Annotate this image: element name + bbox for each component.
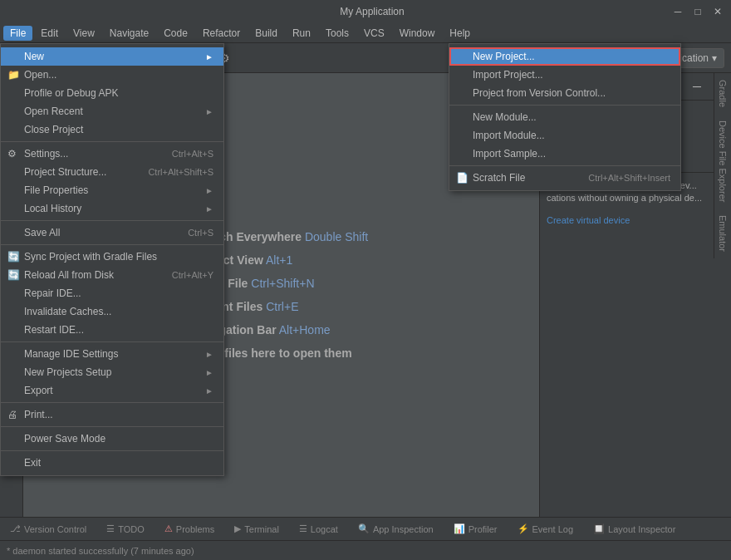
file-menu-profile-apk-label: Profile or Debug APK <box>24 87 118 99</box>
new-sep1 <box>449 105 680 106</box>
settings-icon: ⚙ <box>7 148 17 160</box>
status-bar: ⎇ Version Control ☰ TODO ⚠ Problems ▶ Te… <box>0 517 731 540</box>
new-module-label: New Module... <box>473 111 537 123</box>
file-menu-reload-disk-label: Reload All from Disk <box>24 269 114 281</box>
file-menu-exit[interactable]: Exit <box>1 454 223 472</box>
settings-shortcut: Ctrl+Alt+S <box>172 149 213 159</box>
close-button[interactable]: ✕ <box>711 5 724 18</box>
file-menu-close-project[interactable]: Close Project <box>1 120 223 139</box>
right-tab-emulator[interactable]: Emulator <box>714 209 731 258</box>
terminal-label: Terminal <box>244 524 279 534</box>
logcat-label: Logcat <box>311 524 338 534</box>
menu-navigate[interactable]: Navigate <box>103 26 155 41</box>
menu-refactor[interactable]: Refactor <box>196 26 247 41</box>
minimize-button[interactable]: ─ <box>671 5 684 18</box>
device-manager-close-btn[interactable]: ─ <box>687 76 707 96</box>
file-menu-file-properties[interactable]: File Properties ► <box>1 181 223 199</box>
file-menu-export[interactable]: Export ► <box>1 381 223 400</box>
file-menu-exit-label: Exit <box>24 457 41 469</box>
scratch-file-item[interactable]: 📄 Scratch File Ctrl+Alt+Shift+Insert <box>449 169 680 187</box>
status-tab-problems[interactable]: ⚠ Problems <box>161 522 218 536</box>
version-control-label: Version Control <box>24 524 86 534</box>
file-menu-print[interactable]: 🖨 Print... <box>1 405 223 424</box>
file-menu-new-projects-setup[interactable]: New Projects Setup ► <box>1 363 223 381</box>
file-menu-open-recent-label: Open Recent <box>24 106 83 117</box>
status-tab-profiler[interactable]: 📊 Profiler <box>450 522 501 536</box>
menu-edit[interactable]: Edit <box>34 26 65 41</box>
status-tab-terminal[interactable]: ▶ Terminal <box>231 522 282 536</box>
sep2 <box>1 220 223 221</box>
menu-view[interactable]: View <box>66 26 101 41</box>
status-tab-logcat[interactable]: ☰ Logcat <box>296 522 341 536</box>
menu-run[interactable]: Run <box>286 26 317 41</box>
file-menu-local-history-label: Local History <box>24 203 81 214</box>
scratch-file-shortcut: Ctrl+Alt+Shift+Insert <box>588 173 670 183</box>
local-history-arrow: ► <box>205 204 213 214</box>
new-module-item[interactable]: New Module... <box>449 108 680 126</box>
menu-help[interactable]: Help <box>443 26 477 41</box>
menu-window[interactable]: Window <box>393 26 442 41</box>
menu-code[interactable]: Code <box>157 26 194 41</box>
new-project-item[interactable]: New Project... <box>449 47 680 66</box>
open-recent-arrow: ► <box>205 107 213 116</box>
open-icon: 📁 <box>7 69 20 81</box>
menu-build[interactable]: Build <box>248 26 284 41</box>
file-menu-save-all[interactable]: Save All Ctrl+S <box>1 224 223 242</box>
menu-tools[interactable]: Tools <box>319 26 356 41</box>
status-tab-version-control[interactable]: ⎇ Version Control <box>7 522 90 536</box>
file-menu-sync-gradle-label: Sync Project with Gradle Files <box>24 251 157 263</box>
file-menu-reload-disk[interactable]: 🔄 Reload All from Disk Ctrl+Alt+Y <box>1 266 223 284</box>
project-from-vcs-item[interactable]: Project from Version Control... <box>449 84 680 102</box>
import-project-item[interactable]: Import Project... <box>449 66 680 84</box>
file-menu-invalidate-caches-label: Invalidate Caches... <box>24 306 111 317</box>
file-properties-arrow: ► <box>205 186 213 195</box>
create-virtual-device-link[interactable]: Create virtual device <box>540 212 714 228</box>
file-menu-open[interactable]: 📁 Open... <box>1 66 223 84</box>
profiler-icon: 📊 <box>454 523 465 534</box>
file-menu-invalidate-caches[interactable]: Invalidate Caches... <box>1 302 223 321</box>
right-tab-device-file-explorer[interactable]: Device File Explorer <box>714 114 731 209</box>
file-menu-project-structure[interactable]: Project Structure... Ctrl+Alt+Shift+S <box>1 163 223 181</box>
status-tab-app-inspection[interactable]: 🔍 App Inspection <box>355 522 437 536</box>
layout-inspector-icon: 🔲 <box>593 523 605 534</box>
file-menu-manage-ide-label: Manage IDE Settings <box>24 348 118 360</box>
file-dropdown: New ► 📁 Open... Profile or Debug APK Ope… <box>0 43 224 476</box>
menu-bar: File Edit View Navigate Code Refactor Bu… <box>0 23 731 43</box>
file-menu-settings[interactable]: ⚙ Settings... Ctrl+Alt+S <box>1 145 223 163</box>
reload-shortcut: Ctrl+Alt+Y <box>172 270 213 280</box>
right-tab-gradle[interactable]: Gradle <box>714 73 731 114</box>
version-control-icon: ⎇ <box>10 523 21 534</box>
app-inspection-icon: 🔍 <box>358 523 370 534</box>
status-tab-layout-inspector[interactable]: 🔲 Layout Inspector <box>590 522 679 536</box>
sep1 <box>1 141 223 142</box>
project-from-vcs-label: Project from Version Control... <box>473 87 606 99</box>
file-menu-profile-apk[interactable]: Profile or Debug APK <box>1 84 223 102</box>
file-menu-print-label: Print... <box>24 409 53 420</box>
file-menu-repair-ide[interactable]: Repair IDE... <box>1 284 223 302</box>
import-sample-label: Import Sample... <box>473 148 546 160</box>
import-module-item[interactable]: Import Module... <box>449 126 680 145</box>
file-menu-restart-ide[interactable]: Restart IDE... <box>1 321 223 339</box>
maximize-button[interactable]: □ <box>691 5 704 18</box>
file-menu-open-recent[interactable]: Open Recent ► <box>1 102 223 120</box>
profiler-label: Profiler <box>469 524 498 534</box>
file-menu-sync-gradle[interactable]: 🔄 Sync Project with Gradle Files <box>1 248 223 266</box>
menu-vcs[interactable]: VCS <box>357 26 391 41</box>
menu-file[interactable]: File <box>3 26 32 41</box>
file-menu-power-save[interactable]: Power Save Mode <box>1 430 223 448</box>
import-sample-item[interactable]: Import Sample... <box>449 145 680 163</box>
new-arrow: ► <box>205 52 213 61</box>
file-menu-local-history[interactable]: Local History ► <box>1 199 223 218</box>
new-sep2 <box>449 165 680 166</box>
file-menu-new[interactable]: New ► <box>1 47 223 66</box>
file-menu-restart-ide-label: Restart IDE... <box>24 324 84 336</box>
event-log-icon: ⚡ <box>518 523 529 534</box>
status-tab-todo[interactable]: ☰ TODO <box>103 522 148 536</box>
scratch-file-label: Scratch File <box>473 172 525 184</box>
new-projects-setup-arrow: ► <box>205 368 213 377</box>
file-menu-export-label: Export <box>24 385 53 396</box>
file-menu-settings-label: Settings... <box>24 148 68 160</box>
status-tab-event-log[interactable]: ⚡ Event Log <box>514 522 577 536</box>
file-menu-manage-ide[interactable]: Manage IDE Settings ► <box>1 345 223 363</box>
new-project-label: New Project... <box>473 51 535 62</box>
